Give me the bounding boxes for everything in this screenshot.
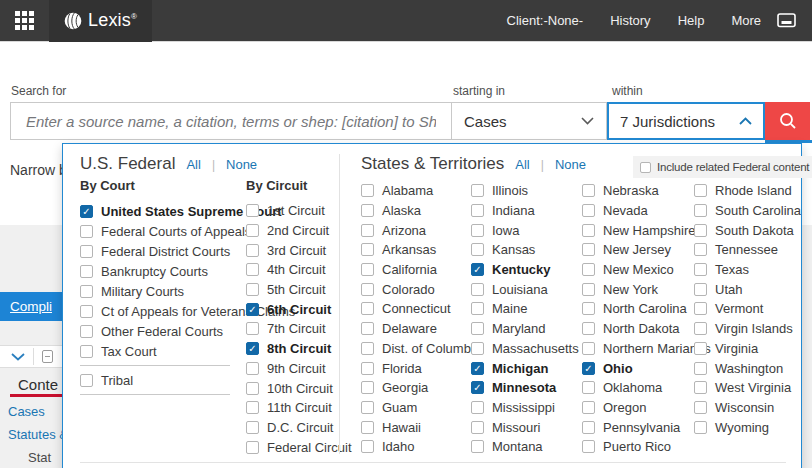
state-iowa[interactable]: Iowa [471, 220, 579, 240]
state-maryland[interactable]: Maryland [471, 319, 579, 339]
checked-checkbox-icon[interactable]: ✓ [582, 362, 595, 375]
state-washington[interactable]: Washington [694, 358, 801, 378]
state-wisconsin[interactable]: Wisconsin [694, 398, 801, 418]
circuit-2nd-circuit[interactable]: 2nd Circuit [246, 221, 338, 241]
circuit-10th-circuit[interactable]: 10th Circuit [246, 378, 338, 398]
court-federal-district-courts[interactable]: Federal District Courts [80, 241, 240, 261]
nav-item-help[interactable]: Help [678, 13, 705, 28]
state-michigan[interactable]: ✓Michigan [471, 358, 579, 378]
state-west-virginia[interactable]: West Virginia [694, 378, 801, 398]
unchecked-checkbox-icon[interactable] [80, 265, 93, 278]
unchecked-checkbox-icon[interactable] [246, 362, 259, 375]
unchecked-checkbox-icon[interactable] [471, 342, 484, 355]
unchecked-checkbox-icon[interactable] [361, 302, 374, 315]
unchecked-checkbox-icon[interactable] [361, 204, 374, 217]
state-puerto-rico[interactable]: Puerto Rico [582, 437, 711, 457]
state-north-carolina[interactable]: North Carolina [582, 299, 711, 319]
nav-item-history[interactable]: History [610, 13, 650, 28]
state-georgia[interactable]: Georgia [361, 378, 481, 398]
checked-checkbox-icon[interactable]: ✓ [471, 362, 484, 375]
unchecked-checkbox-icon[interactable] [471, 224, 484, 237]
state-massachusetts[interactable]: Massachusetts [471, 339, 579, 359]
circuit-9th-circuit[interactable]: 9th Circuit [246, 359, 338, 379]
unchecked-checkbox-icon[interactable] [361, 243, 374, 256]
state-oregon[interactable]: Oregon [582, 398, 711, 418]
unchecked-checkbox-icon[interactable] [361, 283, 374, 296]
unchecked-checkbox-icon[interactable] [694, 224, 707, 237]
unchecked-checkbox-icon[interactable] [694, 204, 707, 217]
unchecked-checkbox-icon[interactable] [246, 224, 259, 237]
state-virginia[interactable]: Virginia [694, 339, 801, 359]
states-none-link[interactable]: None [555, 157, 586, 172]
circuit-d-c-circuit[interactable]: D.C. Circuit [246, 418, 338, 438]
checked-checkbox-icon[interactable]: ✓ [80, 205, 93, 218]
circuit-11th-circuit[interactable]: 11th Circuit [246, 398, 338, 418]
state-illinois[interactable]: Illinois [471, 181, 579, 201]
unchecked-checkbox-icon[interactable] [471, 283, 484, 296]
state-arkansas[interactable]: Arkansas [361, 240, 481, 260]
state-north-dakota[interactable]: North Dakota [582, 319, 711, 339]
app-launcher-grid-icon[interactable] [15, 11, 36, 30]
state-new-mexico[interactable]: New Mexico [582, 260, 711, 280]
unchecked-checkbox-icon[interactable] [361, 440, 374, 453]
unchecked-checkbox-icon[interactable] [361, 401, 374, 414]
checked-checkbox-icon[interactable]: ✓ [471, 263, 484, 276]
state-texas[interactable]: Texas [694, 260, 801, 280]
state-alaska[interactable]: Alaska [361, 201, 481, 221]
state-california[interactable]: California [361, 260, 481, 280]
states-all-link[interactable]: All [515, 157, 529, 172]
circuit-7th-circuit[interactable]: 7th Circuit [246, 319, 338, 339]
federal-all-link[interactable]: All [186, 157, 200, 172]
unchecked-checkbox-icon[interactable] [80, 325, 93, 338]
unchecked-checkbox-icon[interactable] [246, 263, 259, 276]
sidebar-link-statutes[interactable]: Statutes & [8, 427, 64, 442]
circuit-1st-circuit[interactable]: 1st Circuit [246, 201, 338, 221]
court-bankruptcy-courts[interactable]: Bankruptcy Courts [80, 261, 240, 281]
federal-none-link[interactable]: None [226, 157, 257, 172]
unchecked-checkbox-icon[interactable] [582, 421, 595, 434]
unchecked-checkbox-icon[interactable] [582, 322, 595, 335]
state-guam[interactable]: Guam [361, 398, 481, 418]
state-kentucky[interactable]: ✓Kentucky [471, 260, 579, 280]
unchecked-checkbox-icon[interactable] [694, 342, 707, 355]
state-montana[interactable]: Montana [471, 437, 579, 457]
circuit-8th-circuit[interactable]: ✓8th Circuit [246, 339, 338, 359]
unchecked-checkbox-icon[interactable] [694, 421, 707, 434]
state-idaho[interactable]: Idaho [361, 437, 481, 457]
circuit-federal-circuit[interactable]: Federal Circuit [246, 437, 338, 457]
unchecked-checkbox-icon[interactable] [694, 302, 707, 315]
unchecked-checkbox-icon[interactable] [582, 381, 595, 394]
unchecked-checkbox-icon[interactable] [471, 440, 484, 453]
state-kansas[interactable]: Kansas [471, 240, 579, 260]
unchecked-checkbox-icon[interactable] [582, 263, 595, 276]
court-tribal[interactable]: Tribal [80, 370, 240, 390]
state-minnesota[interactable]: ✓Minnesota [471, 378, 579, 398]
unchecked-checkbox-icon[interactable] [471, 302, 484, 315]
collapse-chevron-down-icon[interactable] [11, 353, 25, 361]
court-military-courts[interactable]: Military Courts [80, 281, 240, 301]
unchecked-checkbox-icon[interactable] [471, 243, 484, 256]
document-list-icon[interactable] [42, 350, 53, 363]
unchecked-checkbox-icon[interactable] [361, 362, 374, 375]
checked-checkbox-icon[interactable]: ✓ [471, 381, 484, 394]
unchecked-checkbox-icon[interactable] [246, 322, 259, 335]
unchecked-checkbox-icon[interactable] [246, 283, 259, 296]
state-arizona[interactable]: Arizona [361, 220, 481, 240]
unchecked-checkbox-icon[interactable] [80, 305, 93, 318]
state-missouri[interactable]: Missouri [471, 417, 579, 437]
state-dist-of-columbia[interactable]: Dist. of Columbia [361, 339, 481, 359]
state-northern-marianas[interactable]: Northern Marianas [582, 339, 711, 359]
unchecked-checkbox-icon[interactable] [80, 245, 93, 258]
unchecked-checkbox-icon[interactable] [246, 421, 259, 434]
state-connecticut[interactable]: Connecticut [361, 299, 481, 319]
state-oklahoma[interactable]: Oklahoma [582, 378, 711, 398]
unchecked-checkbox-icon[interactable] [80, 345, 93, 358]
unchecked-checkbox-icon[interactable] [694, 401, 707, 414]
unchecked-checkbox-icon[interactable] [246, 382, 259, 395]
unchecked-checkbox-icon[interactable] [246, 401, 259, 414]
content-type-select[interactable]: Cases [452, 102, 607, 140]
state-wyoming[interactable]: Wyoming [694, 417, 801, 437]
circuit-4th-circuit[interactable]: 4th Circuit [246, 260, 338, 280]
state-louisiana[interactable]: Louisiana [471, 279, 579, 299]
unchecked-checkbox-icon[interactable] [246, 244, 259, 257]
